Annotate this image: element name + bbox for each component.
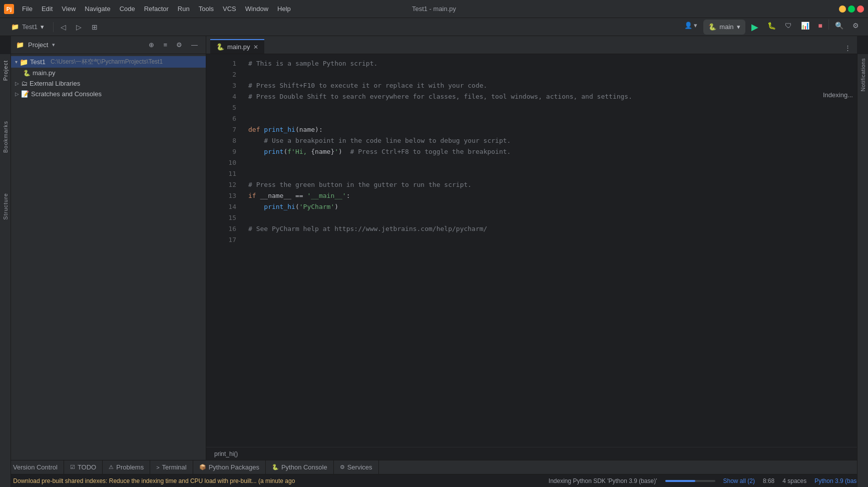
python-packages-tab[interactable]: 📦 Python Packages [193, 460, 266, 474]
code-line-4: # Press Double Shift to search everywher… [248, 91, 851, 102]
services-tab[interactable]: ⚙ Services [334, 460, 379, 474]
python-icon: 🐍 [708, 23, 716, 31]
editor-tab-mainpy[interactable]: 🐍 main.py ✕ [210, 39, 264, 54]
settings-button[interactable]: ⚙ [849, 20, 862, 35]
run-button[interactable]: ▶ [748, 20, 761, 35]
app-icon: Pj [4, 4, 14, 14]
mainpy-label: main.py [33, 69, 56, 77]
recent-files-button[interactable]: ⊞ [89, 21, 101, 33]
hide-panel-button[interactable]: — [188, 39, 201, 51]
bookmarks-strip-label[interactable]: Bookmarks [3, 121, 9, 153]
menu-navigate[interactable]: Navigate [81, 3, 114, 15]
todo-tab[interactable]: ☑ TODO [64, 460, 103, 474]
close-button[interactable] [857, 6, 864, 13]
line-num-11: 11 [216, 168, 236, 179]
services-icon: ⚙ [340, 464, 345, 470]
menu-window[interactable]: Window [241, 3, 272, 15]
minimize-button[interactable] [839, 6, 846, 13]
code-line-15 [248, 212, 851, 223]
status-warning[interactable]: ⚠ Download pre-built shared indexes: Red… [6, 477, 295, 484]
menu-code[interactable]: Code [116, 3, 139, 15]
project-chevron[interactable]: ▾ [52, 42, 55, 48]
code-editor[interactable]: # This is a sample Python script. # Pres… [242, 54, 857, 447]
breadcrumb: print_hi() [206, 447, 857, 460]
editor-tab-more[interactable]: ⋮ [842, 42, 853, 54]
project-settings-button[interactable]: ⚙ [173, 39, 185, 51]
python-file-icon: 🐍 [23, 70, 31, 77]
app-name-separator: ▾ [41, 23, 44, 31]
menu-vcs[interactable]: VCS [219, 3, 240, 15]
navigate-forward-button[interactable]: ▷ [73, 21, 85, 33]
progress-bar-fill [665, 480, 695, 482]
console-icon: 🐍 [272, 464, 279, 470]
editor-content[interactable]: 1 2 3 4 5 6 7 8 9 10 11 12 13 14 15 16 1… [206, 54, 857, 447]
editor-area: 🐍 main.py ✕ ⋮ Indexing... 1 2 3 4 5 6 7 … [206, 36, 857, 460]
profile-button[interactable]: 📊 [798, 20, 812, 35]
python-console-tab[interactable]: 🐍 Python Console [266, 460, 334, 474]
code-line-11 [248, 168, 851, 179]
indexing-status: Indexing Python SDK 'Python 3.9 (base)' [549, 477, 657, 484]
indexing-label: Indexing... [823, 91, 853, 99]
tree-item-mainpy[interactable]: 🐍 main.py [11, 68, 206, 78]
menu-run[interactable]: Run [174, 3, 194, 15]
line-num-14: 14 [216, 201, 236, 212]
run-config-dropdown[interactable]: 🐍 main ▾ [703, 20, 745, 35]
problems-icon: ⚠ [109, 464, 114, 470]
tab-python-icon: 🐍 [216, 43, 224, 51]
locate-file-button[interactable]: ⊕ [146, 39, 157, 51]
statusbar: ⚠ Download pre-built shared indexes: Red… [0, 474, 868, 487]
project-folder-icon: 📁 [16, 41, 24, 49]
problems-tab[interactable]: ⚠ Problems [103, 460, 150, 474]
line-num-17: 17 [216, 234, 236, 246]
menu-help[interactable]: Help [273, 3, 295, 15]
structure-strip-label[interactable]: Structure [3, 193, 9, 220]
menu-file[interactable]: File [18, 3, 37, 15]
menu-refactor[interactable]: Refactor [140, 3, 173, 15]
python-version-status[interactable]: Python 3.9 (base) [814, 477, 862, 484]
project-strip-label[interactable]: Project [3, 60, 9, 81]
collapse-all-button[interactable]: ≡ [160, 39, 170, 51]
stop-button[interactable]: ■ [815, 20, 825, 35]
project-tree: ▾ 📁 Test1 C:\Users\一杯空气\PycharmProjects\… [11, 54, 206, 460]
line-num-9: 9 [216, 146, 236, 157]
tree-item-test1[interactable]: ▾ 📁 Test1 C:\Users\一杯空气\PycharmProjects\… [11, 56, 206, 68]
todo-label: TODO [78, 463, 96, 471]
line-num-4: 4 [216, 91, 236, 102]
tab-close-button[interactable]: ✕ [253, 44, 258, 51]
window-title: Test1 - main.py [412, 5, 456, 13]
maximize-button[interactable] [848, 6, 855, 13]
menu-view[interactable]: View [58, 3, 80, 15]
code-line-2 [248, 69, 851, 80]
menu-edit[interactable]: Edit [38, 3, 57, 15]
cursor-position: 8:68 [763, 477, 774, 484]
navigate-back-button[interactable]: ◁ [58, 21, 69, 33]
menu-tools[interactable]: Tools [195, 3, 218, 15]
python-console-label: Python Console [281, 463, 327, 471]
code-line-10 [248, 157, 851, 168]
user-icon[interactable]: 👤 ▾ [681, 20, 701, 35]
test1-folder-icon: 📁 [20, 58, 28, 66]
line-numbers: 1 2 3 4 5 6 7 8 9 10 11 12 13 14 15 16 1… [216, 54, 242, 447]
scratches-label: Scratches and Consoles [31, 90, 102, 98]
line-num-16: 16 [216, 223, 236, 234]
notifications-label[interactable]: Notifications [860, 58, 866, 91]
editor-tab-label: main.py [227, 43, 250, 51]
terminal-tab[interactable]: > Terminal [150, 460, 193, 474]
search-everywhere-button[interactable]: 🔍 [832, 20, 846, 35]
show-all-button[interactable]: Show all (2) [723, 477, 755, 484]
breadcrumb-text: print_hi() [214, 450, 238, 457]
notification-strip: Notifications [857, 54, 868, 487]
toolbar: 📁 Test1 ▾ ◁ ▷ ⊞ 👤 ▾ 🐍 main ▾ ▶ 🐛 🛡 📊 ■ 🔍… [0, 18, 868, 36]
lib-icon: 🗂 [21, 80, 28, 87]
chevron-icon: ▾ [15, 59, 18, 65]
line-num-13: 13 [216, 190, 236, 201]
code-line-8: # Use a breakpoint in the code line belo… [248, 135, 851, 146]
debug-button[interactable]: 🐛 [764, 20, 779, 35]
line-num-7: 7 [216, 124, 236, 135]
tree-item-external-libs[interactable]: ▷ 🗂 External Libraries [11, 78, 206, 89]
tree-item-scratches[interactable]: ▷ 📝 Scratches and Consoles [11, 89, 206, 99]
gutter [206, 54, 216, 447]
coverage-button[interactable]: 🛡 [782, 20, 795, 35]
lib-chevron-icon: ▷ [15, 81, 19, 86]
test1-label: Test1 [30, 58, 46, 66]
